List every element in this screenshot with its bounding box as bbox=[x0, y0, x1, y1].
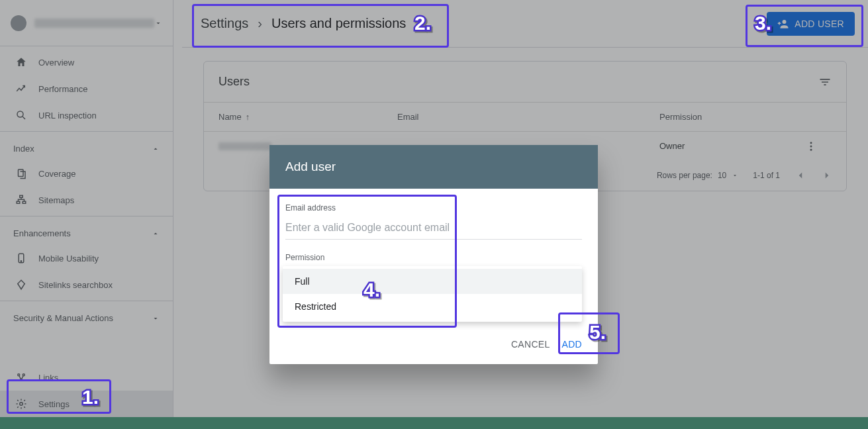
add-user-modal: Add user Email address Permission Full R… bbox=[269, 145, 598, 364]
app-root: Overview Performance URL inspection Inde… bbox=[0, 0, 868, 417]
cancel-button[interactable]: CANCEL bbox=[511, 339, 550, 350]
modal-actions: CANCEL ADD bbox=[269, 327, 598, 364]
permission-field: Permission Full Restricted bbox=[285, 253, 582, 322]
modal-body: Email address Permission Full Restricted bbox=[269, 189, 598, 327]
permission-option-restricted[interactable]: Restricted bbox=[283, 294, 582, 319]
modal-title: Add user bbox=[269, 145, 598, 189]
permission-option-full[interactable]: Full bbox=[283, 269, 582, 294]
permission-dropdown: Full Restricted bbox=[283, 266, 582, 322]
email-label: Email address bbox=[285, 203, 582, 213]
email-input[interactable] bbox=[285, 216, 582, 240]
add-button[interactable]: ADD bbox=[562, 339, 582, 350]
permission-label: Permission bbox=[285, 253, 582, 262]
